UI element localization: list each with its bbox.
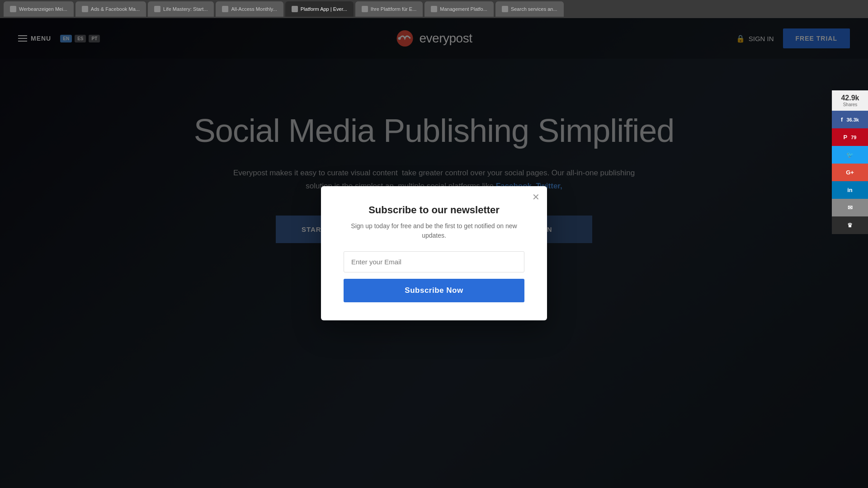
email-input[interactable] — [344, 251, 524, 272]
pinterest-share-button[interactable]: P 79 — [832, 128, 868, 146]
pinterest-count: 79 — [851, 135, 856, 140]
tab-1[interactable]: Werbeanzeigen Mei... — [4, 1, 74, 17]
crown-button[interactable]: ♛ — [832, 216, 868, 234]
tab-favicon-4 — [222, 6, 228, 12]
tab-6[interactable]: Ihre Plattform für E... — [355, 1, 423, 17]
shares-number: 42.9k — [838, 94, 863, 102]
linkedin-icon: in — [847, 187, 853, 193]
googleplus-share-button[interactable]: G+ — [832, 164, 868, 181]
email-share-button[interactable]: ✉ — [832, 199, 868, 216]
tab-favicon-7 — [431, 6, 437, 12]
shares-label: Shares — [838, 102, 863, 107]
newsletter-modal: ✕ Subscribe to our newsletter Sign up to… — [321, 186, 547, 320]
modal-close-button[interactable]: ✕ — [532, 192, 540, 202]
pinterest-icon: P — [844, 134, 848, 141]
twitter-share-button[interactable]: 🐦 — [832, 146, 868, 164]
modal-overlay: ✕ Subscribe to our newsletter Sign up to… — [0, 18, 868, 488]
facebook-share-button[interactable]: f 36.3k — [832, 111, 868, 128]
social-sidebar: 42.9k Shares f 36.3k P 79 🐦 G+ in ✉ ♛ — [832, 90, 868, 234]
tab-2[interactable]: Ads & Facebook Ma... — [75, 1, 146, 17]
tab-7[interactable]: Management Platfo... — [425, 1, 494, 17]
subscribe-button[interactable]: Subscribe Now — [344, 279, 524, 302]
website: MENU EN ES PT everypost 🔒 SIGN IN FREE T… — [0, 18, 868, 488]
tab-favicon-6 — [362, 6, 368, 12]
tab-favicon-3 — [154, 6, 160, 12]
tab-8[interactable]: Search services an... — [495, 1, 564, 17]
modal-subtitle: Sign up today for free and be the first … — [344, 221, 524, 240]
tab-3[interactable]: Life Mastery: Start... — [148, 1, 214, 17]
tab-favicon-1 — [10, 6, 16, 12]
tab-favicon-5 — [292, 6, 298, 12]
tab-4[interactable]: All-Access Monthly... — [216, 1, 283, 17]
facebook-count: 36.3k — [846, 117, 859, 122]
linkedin-share-button[interactable]: in — [832, 181, 868, 199]
browser-chrome: Werbeanzeigen Mei... Ads & Facebook Ma..… — [0, 0, 868, 18]
googleplus-icon: G+ — [846, 169, 854, 176]
modal-title: Subscribe to our newsletter — [344, 204, 524, 216]
email-icon: ✉ — [848, 204, 853, 211]
twitter-icon: 🐦 — [846, 151, 854, 158]
facebook-icon: f — [841, 116, 843, 123]
tab-favicon-2 — [82, 6, 88, 12]
shares-count-box: 42.9k Shares — [832, 90, 868, 111]
crown-icon: ♛ — [847, 222, 853, 229]
tab-favicon-8 — [502, 6, 508, 12]
tab-5-active[interactable]: Platform App | Ever... — [285, 1, 354, 17]
